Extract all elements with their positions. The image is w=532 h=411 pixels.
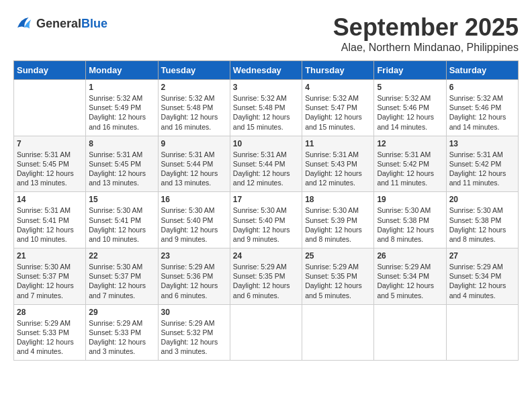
cell-info: Sunrise: 5:29 AMSunset: 5:34 PMDaylight:… — [449, 262, 515, 300]
day-number: 1 — [89, 83, 154, 92]
calendar-cell: 27Sunrise: 5:29 AMSunset: 5:34 PMDayligh… — [446, 248, 518, 305]
cell-info: Sunrise: 5:29 AMSunset: 5:33 PMDaylight:… — [17, 318, 83, 357]
cell-info: Sunrise: 5:29 AMSunset: 5:32 PMDaylight:… — [161, 318, 227, 357]
day-number: 18 — [305, 195, 371, 204]
day-number: 22 — [89, 251, 154, 261]
calendar-cell: 17Sunrise: 5:30 AMSunset: 5:40 PMDayligh… — [230, 192, 302, 248]
col-header-wednesday: Wednesday — [230, 61, 302, 80]
day-number: 4 — [305, 83, 371, 92]
cell-info: Sunrise: 5:32 AMSunset: 5:49 PMDaylight:… — [89, 93, 154, 132]
week-row-1: 1Sunrise: 5:32 AMSunset: 5:49 PMDaylight… — [14, 80, 519, 136]
cell-info: Sunrise: 5:32 AMSunset: 5:48 PMDaylight:… — [161, 93, 227, 132]
day-number: 20 — [449, 195, 515, 204]
cell-info: Sunrise: 5:30 AMSunset: 5:38 PMDaylight:… — [449, 205, 515, 244]
calendar-cell: 29Sunrise: 5:29 AMSunset: 5:33 PMDayligh… — [86, 304, 158, 361]
calendar-cell: 11Sunrise: 5:31 AMSunset: 5:43 PMDayligh… — [302, 136, 374, 192]
cell-info: Sunrise: 5:30 AMSunset: 5:37 PMDaylight:… — [17, 262, 83, 300]
location-title: Alae, Northern Mindanao, Philippines — [333, 42, 519, 54]
logo-icon — [13, 13, 34, 34]
calendar-cell: 13Sunrise: 5:31 AMSunset: 5:42 PMDayligh… — [446, 136, 518, 192]
day-number: 30 — [161, 308, 227, 317]
calendar-cell: 14Sunrise: 5:31 AMSunset: 5:41 PMDayligh… — [14, 192, 86, 248]
calendar-cell: 16Sunrise: 5:30 AMSunset: 5:40 PMDayligh… — [158, 192, 230, 248]
calendar-cell: 9Sunrise: 5:31 AMSunset: 5:44 PMDaylight… — [158, 136, 230, 192]
cell-info: Sunrise: 5:30 AMSunset: 5:40 PMDaylight:… — [233, 205, 299, 244]
day-number: 19 — [377, 195, 443, 204]
calendar-cell: 10Sunrise: 5:31 AMSunset: 5:44 PMDayligh… — [230, 136, 302, 192]
cell-info: Sunrise: 5:30 AMSunset: 5:41 PMDaylight:… — [89, 205, 154, 244]
col-header-friday: Friday — [374, 61, 446, 80]
cell-info: Sunrise: 5:29 AMSunset: 5:33 PMDaylight:… — [89, 318, 154, 357]
day-number: 12 — [377, 139, 443, 148]
calendar-table: SundayMondayTuesdayWednesdayThursdayFrid… — [13, 60, 519, 361]
calendar-cell: 25Sunrise: 5:29 AMSunset: 5:35 PMDayligh… — [302, 248, 374, 305]
calendar-cell: 5Sunrise: 5:32 AMSunset: 5:46 PMDaylight… — [374, 80, 446, 136]
calendar-cell: 30Sunrise: 5:29 AMSunset: 5:32 PMDayligh… — [158, 304, 230, 361]
calendar-cell: 22Sunrise: 5:30 AMSunset: 5:37 PMDayligh… — [86, 248, 158, 305]
day-number: 28 — [17, 308, 83, 317]
day-number: 7 — [17, 139, 83, 148]
cell-info: Sunrise: 5:31 AMSunset: 5:45 PMDaylight:… — [17, 150, 83, 188]
day-number: 3 — [233, 83, 299, 92]
week-row-5: 28Sunrise: 5:29 AMSunset: 5:33 PMDayligh… — [14, 304, 519, 361]
day-number: 25 — [305, 251, 371, 261]
calendar-header-row: SundayMondayTuesdayWednesdayThursdayFrid… — [14, 61, 519, 80]
cell-info: Sunrise: 5:29 AMSunset: 5:36 PMDaylight:… — [161, 262, 227, 300]
calendar-cell: 4Sunrise: 5:32 AMSunset: 5:47 PMDaylight… — [302, 80, 374, 136]
cell-info: Sunrise: 5:30 AMSunset: 5:38 PMDaylight:… — [377, 205, 443, 244]
day-number: 11 — [305, 139, 371, 148]
calendar-cell — [14, 80, 86, 136]
calendar-cell: 26Sunrise: 5:29 AMSunset: 5:34 PMDayligh… — [374, 248, 446, 305]
col-header-saturday: Saturday — [446, 61, 518, 80]
cell-info: Sunrise: 5:31 AMSunset: 5:44 PMDaylight:… — [161, 150, 227, 188]
cell-info: Sunrise: 5:29 AMSunset: 5:34 PMDaylight:… — [377, 262, 443, 300]
calendar-cell: 24Sunrise: 5:29 AMSunset: 5:35 PMDayligh… — [230, 248, 302, 305]
calendar-cell: 2Sunrise: 5:32 AMSunset: 5:48 PMDaylight… — [158, 80, 230, 136]
day-number: 27 — [449, 251, 515, 261]
logo-general: General — [36, 17, 81, 30]
cell-info: Sunrise: 5:30 AMSunset: 5:39 PMDaylight:… — [305, 205, 371, 244]
col-header-thursday: Thursday — [302, 61, 374, 80]
logo-blue: Blue — [81, 17, 107, 30]
calendar-cell: 23Sunrise: 5:29 AMSunset: 5:36 PMDayligh… — [158, 248, 230, 305]
cell-info: Sunrise: 5:31 AMSunset: 5:41 PMDaylight:… — [17, 205, 83, 244]
calendar-cell: 8Sunrise: 5:31 AMSunset: 5:45 PMDaylight… — [86, 136, 158, 192]
cell-info: Sunrise: 5:32 AMSunset: 5:46 PMDaylight:… — [449, 93, 515, 132]
calendar-cell — [446, 304, 518, 361]
col-header-monday: Monday — [86, 61, 158, 80]
cell-info: Sunrise: 5:32 AMSunset: 5:47 PMDaylight:… — [305, 93, 371, 132]
cell-info: Sunrise: 5:32 AMSunset: 5:46 PMDaylight:… — [377, 93, 443, 132]
calendar-cell: 19Sunrise: 5:30 AMSunset: 5:38 PMDayligh… — [374, 192, 446, 248]
week-row-2: 7Sunrise: 5:31 AMSunset: 5:45 PMDaylight… — [14, 136, 519, 192]
week-row-3: 14Sunrise: 5:31 AMSunset: 5:41 PMDayligh… — [14, 192, 519, 248]
day-number: 21 — [17, 251, 83, 261]
day-number: 17 — [233, 195, 299, 204]
cell-info: Sunrise: 5:31 AMSunset: 5:45 PMDaylight:… — [89, 150, 154, 188]
calendar-cell: 20Sunrise: 5:30 AMSunset: 5:38 PMDayligh… — [446, 192, 518, 248]
calendar-cell: 18Sunrise: 5:30 AMSunset: 5:39 PMDayligh… — [302, 192, 374, 248]
cell-info: Sunrise: 5:31 AMSunset: 5:43 PMDaylight:… — [305, 150, 371, 188]
calendar-cell: 6Sunrise: 5:32 AMSunset: 5:46 PMDaylight… — [446, 80, 518, 136]
day-number: 13 — [449, 139, 515, 148]
col-header-sunday: Sunday — [14, 61, 86, 80]
cell-info: Sunrise: 5:32 AMSunset: 5:48 PMDaylight:… — [233, 93, 299, 132]
calendar-cell: 1Sunrise: 5:32 AMSunset: 5:49 PMDaylight… — [86, 80, 158, 136]
cell-info: Sunrise: 5:31 AMSunset: 5:42 PMDaylight:… — [377, 150, 443, 188]
calendar-cell — [230, 304, 302, 361]
col-header-tuesday: Tuesday — [158, 61, 230, 80]
cell-info: Sunrise: 5:31 AMSunset: 5:44 PMDaylight:… — [233, 150, 299, 188]
calendar-cell: 28Sunrise: 5:29 AMSunset: 5:33 PMDayligh… — [14, 304, 86, 361]
calendar-cell: 12Sunrise: 5:31 AMSunset: 5:42 PMDayligh… — [374, 136, 446, 192]
day-number: 16 — [161, 195, 227, 204]
day-number: 29 — [89, 308, 154, 317]
day-number: 15 — [89, 195, 154, 204]
week-row-4: 21Sunrise: 5:30 AMSunset: 5:37 PMDayligh… — [14, 248, 519, 305]
day-number: 8 — [89, 139, 154, 148]
cell-info: Sunrise: 5:30 AMSunset: 5:37 PMDaylight:… — [89, 262, 154, 300]
day-number: 14 — [17, 195, 83, 204]
day-number: 6 — [449, 83, 515, 92]
cell-info: Sunrise: 5:29 AMSunset: 5:35 PMDaylight:… — [233, 262, 299, 300]
day-number: 9 — [161, 139, 227, 148]
logo-text: GeneralBlue — [36, 17, 107, 31]
cell-info: Sunrise: 5:31 AMSunset: 5:42 PMDaylight:… — [449, 150, 515, 188]
